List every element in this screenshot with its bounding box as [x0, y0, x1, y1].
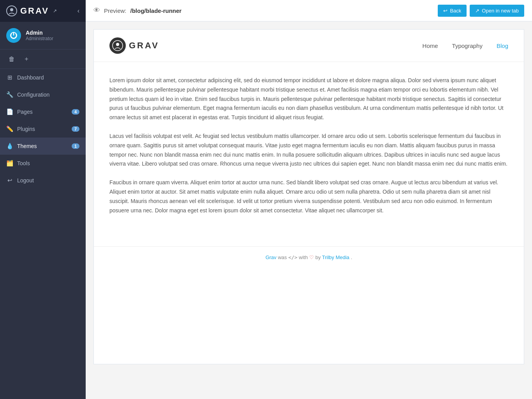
- sidebar-item-label: Pages: [17, 109, 68, 115]
- pages-icon: 📄: [6, 108, 13, 115]
- topbar-right: ↩ Back ↗ Open in new tab: [438, 5, 524, 17]
- sidebar-item-logout[interactable]: ↩ Logout: [0, 172, 86, 189]
- pages-badge: 4: [72, 109, 79, 115]
- back-button[interactable]: ↩ Back: [438, 5, 467, 17]
- open-new-tab-label: Open in new tab: [482, 8, 519, 14]
- sidebar-collapse-button[interactable]: ‹: [78, 7, 79, 14]
- sidebar-item-label: Plugins: [17, 126, 68, 132]
- dashboard-icon: ⊞: [6, 74, 13, 81]
- back-arrow-icon: ↩: [443, 8, 447, 14]
- sidebar-nav: ⊞ Dashboard 🔧 Configuration 📄 Pages 4 ✏️…: [0, 69, 86, 399]
- sidebar-actions: 🗑 ＋: [0, 49, 86, 69]
- site-footer: Grav was </> with ♡ by Trilby Media .: [94, 246, 524, 268]
- configuration-icon: 🔧: [6, 91, 13, 98]
- sidebar: GRAV ↗ ‹ Admin Administrator 🗑 ＋ ⊞ Dashb…: [0, 0, 86, 399]
- site-nav-blog[interactable]: Blog: [497, 42, 508, 49]
- tools-icon: 🗂️: [6, 160, 13, 167]
- main-content-area: 👁 Preview: /blog/blade-runner ↩ Back ↗ O…: [86, 0, 532, 399]
- site-logo-text: GRAV: [129, 41, 159, 51]
- topbar: 👁 Preview: /blog/blade-runner ↩ Back ↗ O…: [86, 0, 532, 21]
- preview-wrapper: GRAV Home Typography Blog Lorem ipsum do…: [86, 21, 532, 399]
- sidebar-item-label: Dashboard: [17, 74, 79, 81]
- themes-badge: 1: [72, 143, 79, 149]
- themes-icon: 💧: [6, 143, 13, 150]
- sidebar-logo-area: GRAV ↗: [6, 5, 57, 16]
- preview-eye-icon: 👁: [93, 7, 100, 14]
- site-nav-home[interactable]: Home: [423, 42, 438, 49]
- preview-path: /blog/blade-runner: [130, 7, 182, 14]
- site-nav-typography[interactable]: Typography: [452, 42, 483, 49]
- avatar: [6, 28, 21, 43]
- sidebar-logo-text: GRAV: [20, 6, 49, 16]
- back-button-label: Back: [450, 8, 461, 14]
- sidebar-item-pages[interactable]: 📄 Pages 4: [0, 103, 86, 120]
- plugins-badge: 7: [72, 126, 79, 132]
- delete-action-button[interactable]: 🗑: [6, 54, 17, 64]
- user-info: Admin Administrator: [26, 30, 53, 41]
- grav-site-logo-svg: [112, 40, 123, 51]
- footer-trilby-link[interactable]: Trilby Media: [322, 254, 349, 260]
- sidebar-item-configuration[interactable]: 🔧 Configuration: [0, 86, 86, 103]
- content-paragraph-1: Lorem ipsum dolor sit amet, consectetur …: [109, 76, 508, 122]
- grav-logo-icon: [6, 5, 17, 16]
- external-link-icon[interactable]: ↗: [53, 8, 57, 14]
- svg-point-5: [116, 43, 119, 46]
- content-paragraph-3: Faucibus in ornare quam viverra. Aliquet…: [109, 178, 508, 215]
- open-new-tab-icon: ↗: [475, 8, 479, 14]
- site-logo-icon: [109, 37, 126, 54]
- sidebar-item-themes[interactable]: 💧 Themes 1: [0, 138, 86, 155]
- preview-label: Preview:: [104, 7, 127, 14]
- preview-frame: GRAV Home Typography Blog Lorem ipsum do…: [93, 29, 524, 364]
- plugins-icon: ✏️: [6, 125, 13, 132]
- sidebar-item-label: Configuration: [17, 92, 79, 98]
- sidebar-item-plugins[interactable]: ✏️ Plugins 7: [0, 120, 86, 138]
- footer-grav-link[interactable]: Grav: [266, 254, 277, 260]
- site-header: GRAV Home Typography Blog: [94, 30, 524, 62]
- footer-code-icon: </>: [288, 254, 297, 260]
- sidebar-item-label: Themes: [17, 143, 68, 149]
- sidebar-user-section: Admin Administrator: [0, 22, 86, 49]
- footer-was-text: was: [278, 254, 288, 260]
- footer-heart-icon: ♡: [309, 254, 314, 260]
- sidebar-item-dashboard[interactable]: ⊞ Dashboard: [0, 69, 86, 86]
- footer-period: .: [351, 254, 352, 260]
- add-action-button[interactable]: ＋: [21, 53, 32, 65]
- svg-point-1: [10, 8, 13, 11]
- footer-with-text: with: [299, 254, 309, 260]
- sidebar-item-label: Logout: [17, 177, 79, 184]
- footer-text: Grav was </> with ♡ by Trilby Media .: [266, 254, 352, 260]
- topbar-left: 👁 Preview: /blog/blade-runner: [93, 7, 181, 14]
- sidebar-item-tools[interactable]: 🗂️ Tools: [0, 155, 86, 172]
- preview-content: Lorem ipsum dolor sit amet, consectetur …: [94, 62, 524, 238]
- user-role: Administrator: [26, 36, 53, 41]
- site-logo: GRAV: [109, 37, 159, 54]
- content-paragraph-2: Lacus vel facilisis volutpat est velit. …: [109, 132, 508, 169]
- user-name: Admin: [26, 30, 53, 36]
- logout-icon: ↩: [6, 177, 13, 184]
- sidebar-header: GRAV ↗ ‹: [0, 0, 86, 22]
- site-nav: Home Typography Blog: [423, 42, 508, 49]
- footer-by-text: by: [315, 254, 322, 260]
- power-icon: [9, 31, 18, 40]
- open-in-new-tab-button[interactable]: ↗ Open in new tab: [470, 5, 524, 17]
- sidebar-item-label: Tools: [17, 160, 79, 166]
